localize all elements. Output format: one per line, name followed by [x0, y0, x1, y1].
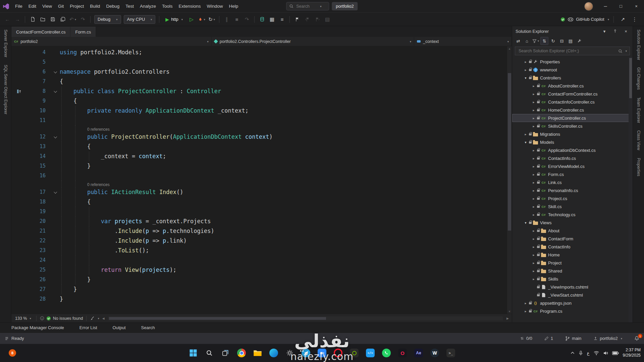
panel-tab-properties[interactable]: Properties [636, 158, 641, 176]
tree-item-controllers[interactable]: ▾Controllers [512, 74, 633, 82]
microphone-icon[interactable] [579, 351, 583, 356]
tree-item-skills[interactable]: ▸Skills [512, 275, 633, 283]
chevron-right-icon[interactable]: ▸ [531, 245, 536, 249]
editor-vertical-scrollbar[interactable]: ▲ ▼ [507, 46, 512, 314]
taskbar-badge[interactable]: 8 [9, 349, 16, 357]
tree-item-about[interactable]: ▸About [512, 227, 633, 235]
zoom-icon[interactable] [315, 346, 329, 360]
close-button[interactable]: × [629, 0, 644, 12]
solution-explorer-search-box[interactable]: ▾ [515, 47, 630, 55]
menu-item-window[interactable]: Window [204, 0, 226, 13]
scroll-down-icon[interactable]: ▼ [507, 309, 512, 314]
panel-tab-git-changes[interactable]: Git Changes [636, 67, 641, 90]
chevron-right-icon[interactable]: ▸ [531, 181, 536, 184]
tree-item-project[interactable]: ▸Project [512, 259, 633, 267]
redo-button[interactable]: ↷ [78, 15, 88, 24]
chevron-down-icon[interactable]: ▾ [523, 140, 528, 144]
document-tab-form-cs[interactable]: Form.cs [70, 27, 96, 37]
tree-item-wwwroot[interactable]: ▸wwwroot [512, 66, 633, 74]
chevron-down-icon[interactable]: ▾ [98, 317, 99, 320]
chevron-right-icon[interactable]: ▸ [531, 100, 536, 104]
chevron-right-icon[interactable]: ▸ [523, 301, 528, 305]
chevron-down-icon[interactable]: ▾ [207, 40, 209, 43]
chevron-right-icon[interactable]: ▸ [531, 205, 536, 208]
chevron-right-icon[interactable]: ▸ [531, 108, 536, 112]
chevron-right-icon[interactable]: ▸ [523, 68, 528, 72]
prev-bookmark-button[interactable] [303, 15, 312, 24]
break-all-button[interactable]: ∥ [222, 15, 231, 24]
menu-item-edit[interactable]: Edit [25, 0, 39, 13]
show-all-files-icon[interactable]: ▤ [567, 37, 575, 45]
breadcrumb-segment-2[interactable]: portfolio2.Controllers.ProjectController… [212, 37, 414, 46]
feedback-icon[interactable] [40, 316, 44, 320]
properties-icon[interactable] [575, 37, 583, 45]
panel-tab-class-view[interactable]: Class View [636, 130, 641, 150]
opera-gx-icon[interactable]: O [396, 346, 409, 360]
tree-item-properties[interactable]: ▸Properties [512, 58, 633, 66]
chevron-down-icon[interactable]: ▾ [626, 49, 627, 53]
git-branch[interactable]: main [565, 336, 581, 341]
chevron-down-icon[interactable]: ▾ [523, 76, 528, 80]
chevron-right-icon[interactable]: ▸ [531, 277, 536, 281]
scroll-right-icon[interactable]: ▶ [505, 317, 510, 320]
search-input[interactable] [296, 4, 317, 9]
chevron-right-icon[interactable]: ▸ [531, 189, 536, 192]
start-without-debugging-button[interactable]: ▷ [187, 15, 196, 24]
collapse-all-icon[interactable]: ⊟ [558, 37, 566, 45]
chevron-right-icon[interactable]: ▸ [531, 197, 536, 200]
switch-solutions-icon[interactable]: ⇄ [514, 37, 522, 45]
code-editor[interactable]: 4using portfolio2.Models;56namespace por… [11, 46, 512, 314]
codelens-references[interactable]: 0 references [87, 126, 110, 133]
health-text[interactable]: No issues found [53, 316, 83, 321]
tree-item-homecontroller-cs[interactable]: ▸C#HomeController.cs [512, 106, 633, 114]
chevron-down-icon[interactable]: ▾ [410, 40, 411, 43]
scroll-up-icon[interactable]: ▲ [507, 46, 512, 51]
chevron-right-icon[interactable]: ▸ [531, 229, 536, 233]
settings-icon[interactable] [283, 346, 297, 360]
tree-item-contactform[interactable]: ▸ContactForm [512, 235, 633, 243]
tree-item-contactinfo-cs[interactable]: ▸C#ContactInfo.cs [512, 154, 633, 162]
sync-active-document-icon[interactable]: ⇅ [540, 37, 548, 45]
panel-tab-team-explorer[interactable]: Team Explorer [636, 97, 641, 123]
open-file-button[interactable] [38, 15, 47, 24]
wifi-icon[interactable] [594, 351, 599, 355]
tree-item-views[interactable]: ▾Views [512, 219, 633, 227]
vscode-icon[interactable]: </> [364, 346, 377, 360]
stop-button[interactable]: ■ [232, 15, 241, 24]
close-icon[interactable]: × [622, 27, 630, 35]
tree-item-viewimports-cshtml[interactable]: _ViewImports.cshtml [512, 283, 633, 291]
notifications[interactable]: 1 [634, 336, 639, 341]
chevron-right-icon[interactable]: ▸ [531, 253, 536, 257]
chevron-right-icon[interactable]: ▸ [531, 173, 536, 176]
platform-combo[interactable]: Any CPU▾ [124, 15, 156, 24]
chevron-right-icon[interactable]: ▸ [531, 92, 536, 96]
chevron-right-icon[interactable]: ▸ [523, 309, 528, 313]
code-cleanup-icon[interactable] [90, 316, 95, 321]
document-tab-contactformcontroller-cs[interactable]: ContactFormController.cs [11, 27, 70, 37]
chevron-right-icon[interactable]: ▸ [531, 213, 536, 217]
code-outline-button[interactable]: ≡ [277, 15, 287, 24]
navigate-back-button[interactable]: ← [3, 15, 12, 24]
tree-item-skill-cs[interactable]: ▸C#Skill.cs [512, 202, 633, 210]
chevron-up-icon[interactable] [571, 352, 575, 354]
battery-icon[interactable] [612, 351, 619, 355]
step-over-button[interactable]: ↷ [242, 15, 252, 24]
chevron-right-icon[interactable]: ▸ [531, 124, 536, 128]
fold-chevron-icon[interactable] [50, 67, 60, 77]
menu-item-build[interactable]: Build [87, 0, 103, 13]
panel-tab-server-explorer[interactable]: Server Explorer [3, 29, 8, 57]
repository[interactable]: portfolio2 ▾ [593, 336, 622, 341]
bookmark-list-button[interactable]: ▤ [323, 15, 332, 24]
filter-icon[interactable]: ▾ [532, 37, 540, 45]
after-effects-icon[interactable]: Ae [412, 346, 425, 360]
save-button[interactable] [48, 15, 57, 24]
edge-icon[interactable] [267, 346, 280, 360]
menu-item-analyze[interactable]: Analyze [137, 0, 159, 13]
share-icon[interactable]: ↗ [618, 15, 628, 24]
menu-item-help[interactable]: Help [226, 0, 241, 13]
chevron-right-icon[interactable]: ▸ [531, 165, 536, 168]
menu-item-project[interactable]: Project [67, 0, 87, 13]
bottom-tab-search[interactable]: Search [141, 325, 155, 330]
new-project-button[interactable] [28, 15, 37, 24]
chevron-right-icon[interactable]: ▸ [531, 237, 536, 241]
